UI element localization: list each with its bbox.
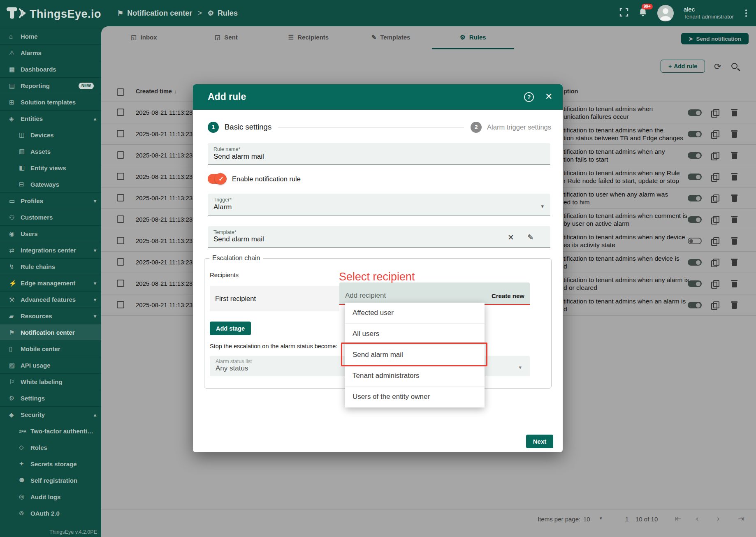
sidebar-item-label: Users (21, 230, 96, 237)
sidebar-item-icon: ↯ (9, 263, 21, 271)
sidebar-item[interactable]: ▯ Mobile center (0, 340, 101, 357)
sidebar-item[interactable]: ⌂ Home (0, 28, 101, 44)
sidebar-item-icon: ▦ (9, 66, 21, 73)
sidebar-item-label: Roles (30, 444, 96, 451)
stepper-connector (278, 127, 464, 127)
enable-rule-toggle-row[interactable]: ✓ Enable notification rule (208, 174, 301, 184)
add-recipient-placeholder: Add recipient (345, 292, 386, 300)
sidebar-item[interactable]: ⚠ Alarms (0, 44, 101, 61)
step-1-circle[interactable]: 1 (208, 122, 219, 133)
sidebar-item-icon: ⚙ (9, 395, 21, 402)
add-recipient-input[interactable]: Add recipient Create new (339, 282, 530, 305)
next-button[interactable]: Next (526, 435, 553, 448)
recipients-label: Recipients (210, 271, 239, 278)
sidebar-item[interactable]: ↯ Rule chains (0, 258, 101, 275)
sidebar-item-icon: ▥ (19, 148, 30, 155)
sidebar-item[interactable]: ⇄ Integrations center ▾ (0, 242, 101, 258)
sidebar-item-icon: ⊞ (9, 99, 21, 106)
close-icon[interactable]: ✕ (545, 91, 552, 102)
more-vert-icon[interactable] (744, 8, 749, 19)
sidebar-item-label: Assets (30, 148, 96, 155)
add-stage-button[interactable]: Add stage (210, 322, 251, 335)
sidebar-item[interactable]: ◆ Security ▴ (0, 406, 101, 423)
sidebar-item-label: Entity views (30, 164, 96, 171)
sidebar-item[interactable]: ▨ API usage (0, 357, 101, 373)
version-label: ThingsEye v.4.2.0PE (49, 529, 97, 535)
step-2-circle[interactable]: 2 (471, 122, 482, 133)
brand-name: ThingsEye.io (30, 8, 101, 21)
breadcrumb-separator: > (198, 9, 202, 17)
dialog-title: Add rule (208, 91, 246, 102)
sidebar-item-icon: ◎ (19, 493, 30, 500)
sidebar-item-label: Edge management (21, 280, 91, 287)
sidebar-item-icon: ◫ (19, 131, 30, 139)
breadcrumb-notification-center[interactable]: ⚑ Notification center (117, 9, 192, 18)
chevron-down-icon[interactable]: ▾ (519, 364, 522, 370)
sidebar-item[interactable]: ▰ Resources ▾ (0, 308, 101, 324)
dropdown-option[interactable]: Tenant administrators (345, 366, 485, 387)
dropdown-option[interactable]: Affected user (345, 303, 485, 324)
sidebar-item[interactable]: ⚡ Edge management ▾ (0, 275, 101, 291)
rule-name-field[interactable]: Rule name* Send alarm mail (208, 143, 550, 165)
sidebar-item[interactable]: ⚉ Self registration (0, 472, 101, 488)
sidebar-item[interactable]: ⚐ White labeling (0, 373, 101, 390)
enable-rule-toggle[interactable]: ✓ (208, 174, 227, 184)
sidebar-item[interactable]: ⚙ Settings (0, 390, 101, 406)
sidebar-item-label: Resources (21, 312, 91, 319)
sidebar-item[interactable]: ⚒ Advanced features ▾ (0, 291, 101, 308)
notification-count-badge: 99+ (642, 4, 653, 9)
rules-gear-icon: ⚙ (208, 9, 214, 18)
sidebar-item-icon: ▨ (9, 362, 21, 369)
sidebar-item[interactable]: ◧ Entity views (0, 160, 101, 176)
sidebar-item-label: Gateways (30, 181, 96, 188)
clear-icon[interactable]: ✕ (508, 233, 514, 242)
sidebar-item[interactable]: ◫ Devices (0, 127, 101, 143)
sidebar-item[interactable]: ⚑ Notification center (0, 324, 101, 340)
sidebar-item[interactable]: ◇ Roles (0, 439, 101, 456)
create-new-button[interactable]: Create new (492, 292, 524, 299)
sidebar-item-label: Alarms (21, 49, 96, 56)
sidebar-item-label: Advanced features (21, 296, 91, 303)
sidebar-item-label: Settings (21, 395, 96, 402)
brand[interactable]: ThingsEye.io (6, 5, 101, 23)
flag-icon: ⚑ (117, 9, 123, 18)
help-icon[interactable]: ? (524, 92, 534, 102)
dropdown-option[interactable]: All users (345, 324, 485, 345)
notifications-bell-icon[interactable]: 99+ (638, 7, 647, 19)
sidebar-item-icon: ✦ (19, 460, 30, 468)
edit-pencil-icon[interactable]: ✎ (527, 233, 534, 242)
sidebar-item-label: Rule chains (21, 263, 96, 270)
step-2-label: Alarm trigger settings (487, 123, 551, 131)
enable-rule-label: Enable notification rule (232, 175, 301, 183)
sidebar-item-icon: ⚇ (9, 214, 21, 221)
sidebar-item-icon: ⚡ (9, 280, 21, 287)
trigger-select[interactable]: Trigger* Alarm ▾ (208, 194, 550, 215)
sidebar-item[interactable]: ▦ Dashboards (0, 61, 101, 77)
sidebar-item-label: Solution templates (21, 99, 96, 106)
sidebar-item-icon: ▤ (9, 82, 21, 90)
sidebar-item[interactable]: ⊞ Solution templates (0, 94, 101, 110)
sidebar-item[interactable]: ◉ Users (0, 225, 101, 242)
sidebar-item[interactable]: ▥ Assets (0, 143, 101, 160)
sidebar-item[interactable]: ⊟ Gateways (0, 176, 101, 192)
fullscreen-icon[interactable] (619, 8, 628, 19)
chevron-icon: ▾ (94, 313, 96, 319)
sidebar-item-label: Audit logs (30, 493, 96, 500)
sidebar-item[interactable]: ◎ Audit logs (0, 488, 101, 505)
avatar[interactable] (657, 5, 674, 21)
sidebar-item[interactable]: ⚇ Customers (0, 209, 101, 225)
sidebar-item[interactable]: ◈ Entities ▴ (0, 110, 101, 127)
sidebar-item[interactable]: ⊚ OAuth 2.0 (0, 505, 101, 521)
recipient-dropdown: Affected user All users Send alarm mail … (345, 303, 485, 407)
brand-logo-icon (6, 5, 26, 23)
chevron-down-icon[interactable]: ▾ (541, 203, 544, 209)
template-field[interactable]: Template* Send alarm mail ✕ ✎ (208, 226, 550, 248)
sidebar-item[interactable]: ▭ Profiles ▾ (0, 192, 101, 209)
sidebar-item[interactable]: ▤ Reporting NEW (0, 77, 101, 94)
breadcrumb-rules[interactable]: ⚙ Rules (208, 9, 238, 18)
sidebar-item-icon: ⌂ (9, 33, 21, 40)
dropdown-option[interactable]: Send alarm mail (345, 345, 485, 366)
sidebar-item[interactable]: 2FA Two-factor authenticati… (0, 423, 101, 439)
sidebar-item[interactable]: ✦ Secrets storage (0, 456, 101, 472)
dropdown-option[interactable]: Users of the entity owner (345, 387, 485, 407)
